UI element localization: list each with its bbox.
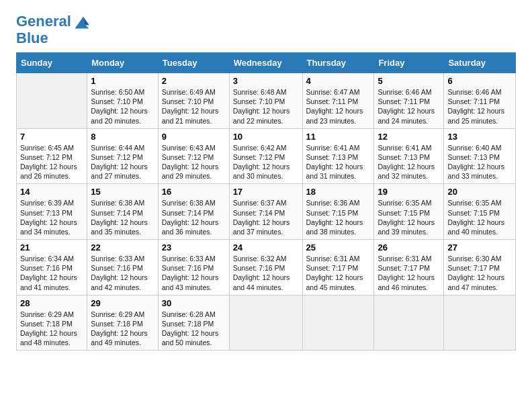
day-header-tuesday: Tuesday [158,53,229,73]
day-info: Sunrise: 6:35 AMSunset: 7:15 PMDaylight:… [378,198,440,236]
calendar-cell: 7Sunrise: 6:45 AMSunset: 7:12 PMDaylight… [17,128,87,184]
day-info: Sunrise: 6:47 AMSunset: 7:11 PMDaylight:… [306,87,371,126]
calendar-cell: 4Sunrise: 6:47 AMSunset: 7:11 PMDaylight… [302,73,374,129]
calendar-cell: 5Sunrise: 6:46 AMSunset: 7:11 PMDaylight… [374,73,444,129]
day-number: 4 [306,76,371,86]
day-number: 14 [20,187,83,197]
day-info: Sunrise: 6:45 AMSunset: 7:12 PMDaylight:… [20,143,83,181]
day-info: Sunrise: 6:36 AMSunset: 7:15 PMDaylight:… [306,198,371,236]
day-header-sunday: Sunday [17,53,87,73]
calendar-cell: 16Sunrise: 6:38 AMSunset: 7:14 PMDayligh… [158,184,229,240]
day-info: Sunrise: 6:29 AMSunset: 7:18 PMDaylight:… [91,310,154,348]
calendar-cell: 11Sunrise: 6:41 AMSunset: 7:13 PMDayligh… [302,128,374,184]
day-info: Sunrise: 6:28 AMSunset: 7:18 PMDaylight:… [162,310,226,348]
day-info: Sunrise: 6:43 AMSunset: 7:12 PMDaylight:… [162,143,226,181]
day-info: Sunrise: 6:38 AMSunset: 7:14 PMDaylight:… [162,198,226,236]
day-number: 2 [162,76,226,86]
logo-text: General [16,14,71,29]
logo: General Blue [16,12,91,46]
calendar-cell [374,295,444,351]
day-info: Sunrise: 6:48 AMSunset: 7:10 PMDaylight:… [233,87,299,126]
day-info: Sunrise: 6:50 AMSunset: 7:10 PMDaylight:… [91,87,154,126]
calendar-cell [229,295,302,351]
calendar-cell: 27Sunrise: 6:30 AMSunset: 7:17 PMDayligh… [444,240,516,295]
day-info: Sunrise: 6:31 AMSunset: 7:17 PMDaylight:… [378,254,440,292]
calendar-cell: 26Sunrise: 6:31 AMSunset: 7:17 PMDayligh… [374,240,444,295]
calendar-cell: 10Sunrise: 6:42 AMSunset: 7:12 PMDayligh… [229,128,302,184]
calendar-cell: 8Sunrise: 6:44 AMSunset: 7:12 PMDaylight… [87,128,159,184]
day-number: 3 [233,76,299,86]
day-info: Sunrise: 6:35 AMSunset: 7:15 PMDaylight:… [447,198,512,236]
calendar-table: SundayMondayTuesdayWednesdayThursdayFrid… [16,52,516,351]
day-number: 20 [447,187,512,197]
day-number: 30 [162,298,226,308]
day-number: 12 [378,132,440,142]
day-header-friday: Friday [374,53,444,73]
day-info: Sunrise: 6:34 AMSunset: 7:16 PMDaylight:… [20,254,83,292]
calendar-cell: 21Sunrise: 6:34 AMSunset: 7:16 PMDayligh… [17,240,87,295]
week-row-4: 21Sunrise: 6:34 AMSunset: 7:16 PMDayligh… [17,240,516,295]
day-number: 5 [378,76,440,86]
day-header-monday: Monday [87,53,159,73]
day-number: 8 [91,132,154,142]
calendar-cell: 15Sunrise: 6:38 AMSunset: 7:14 PMDayligh… [87,184,159,240]
calendar-cell: 25Sunrise: 6:31 AMSunset: 7:17 PMDayligh… [302,240,374,295]
day-info: Sunrise: 6:32 AMSunset: 7:16 PMDaylight:… [233,254,299,292]
week-row-2: 7Sunrise: 6:45 AMSunset: 7:12 PMDaylight… [17,128,516,184]
day-info: Sunrise: 6:46 AMSunset: 7:11 PMDaylight:… [447,87,512,126]
week-row-3: 14Sunrise: 6:39 AMSunset: 7:13 PMDayligh… [17,184,516,240]
day-number: 27 [447,242,512,253]
calendar-cell: 3Sunrise: 6:48 AMSunset: 7:10 PMDaylight… [229,73,302,129]
day-info: Sunrise: 6:33 AMSunset: 7:16 PMDaylight:… [162,254,226,292]
week-row-1: 1Sunrise: 6:50 AMSunset: 7:10 PMDaylight… [17,73,516,129]
logo-blue-text: Blue [16,31,91,46]
calendar-cell: 6Sunrise: 6:46 AMSunset: 7:11 PMDaylight… [444,73,516,129]
day-info: Sunrise: 6:37 AMSunset: 7:14 PMDaylight:… [233,198,299,236]
day-number: 24 [233,242,299,253]
day-header-row: SundayMondayTuesdayWednesdayThursdayFrid… [17,53,516,73]
day-info: Sunrise: 6:31 AMSunset: 7:17 PMDaylight:… [306,254,371,292]
day-header-saturday: Saturday [444,53,516,73]
day-number: 7 [20,132,83,142]
day-number: 29 [91,298,154,308]
day-info: Sunrise: 6:33 AMSunset: 7:16 PMDaylight:… [91,254,154,292]
day-info: Sunrise: 6:49 AMSunset: 7:10 PMDaylight:… [162,87,226,126]
calendar-cell: 17Sunrise: 6:37 AMSunset: 7:14 PMDayligh… [229,184,302,240]
day-number: 11 [306,132,371,142]
day-number: 25 [306,242,371,253]
calendar-cell [444,295,516,351]
day-number: 16 [162,187,226,197]
calendar-cell [17,73,87,129]
day-number: 19 [378,187,440,197]
calendar-cell: 29Sunrise: 6:29 AMSunset: 7:18 PMDayligh… [87,295,159,351]
day-number: 28 [20,298,83,308]
calendar-cell: 24Sunrise: 6:32 AMSunset: 7:16 PMDayligh… [229,240,302,295]
day-number: 9 [162,132,226,142]
calendar-cell: 20Sunrise: 6:35 AMSunset: 7:15 PMDayligh… [444,184,516,240]
day-number: 17 [233,187,299,197]
logo-icon [73,12,91,31]
day-info: Sunrise: 6:41 AMSunset: 7:13 PMDaylight:… [378,143,440,181]
calendar-cell [302,295,374,351]
calendar-cell: 23Sunrise: 6:33 AMSunset: 7:16 PMDayligh… [158,240,229,295]
day-number: 21 [20,242,83,253]
day-number: 18 [306,187,371,197]
day-info: Sunrise: 6:40 AMSunset: 7:13 PMDaylight:… [447,143,512,181]
day-number: 22 [91,242,154,253]
calendar-cell: 19Sunrise: 6:35 AMSunset: 7:15 PMDayligh… [374,184,444,240]
calendar-cell: 2Sunrise: 6:49 AMSunset: 7:10 PMDaylight… [158,73,229,129]
week-row-5: 28Sunrise: 6:29 AMSunset: 7:18 PMDayligh… [17,295,516,351]
day-info: Sunrise: 6:30 AMSunset: 7:17 PMDaylight:… [447,254,512,292]
calendar-cell: 12Sunrise: 6:41 AMSunset: 7:13 PMDayligh… [374,128,444,184]
calendar-cell: 9Sunrise: 6:43 AMSunset: 7:12 PMDaylight… [158,128,229,184]
day-number: 26 [378,242,440,253]
day-header-thursday: Thursday [302,53,374,73]
day-number: 15 [91,187,154,197]
calendar-cell: 18Sunrise: 6:36 AMSunset: 7:15 PMDayligh… [302,184,374,240]
day-info: Sunrise: 6:44 AMSunset: 7:12 PMDaylight:… [91,143,154,181]
calendar-cell: 1Sunrise: 6:50 AMSunset: 7:10 PMDaylight… [87,73,159,129]
day-info: Sunrise: 6:38 AMSunset: 7:14 PMDaylight:… [91,198,154,236]
calendar-cell: 22Sunrise: 6:33 AMSunset: 7:16 PMDayligh… [87,240,159,295]
page: General Blue SundayMondayTuesdayWednesda… [0,0,532,411]
day-info: Sunrise: 6:29 AMSunset: 7:18 PMDaylight:… [20,310,83,348]
